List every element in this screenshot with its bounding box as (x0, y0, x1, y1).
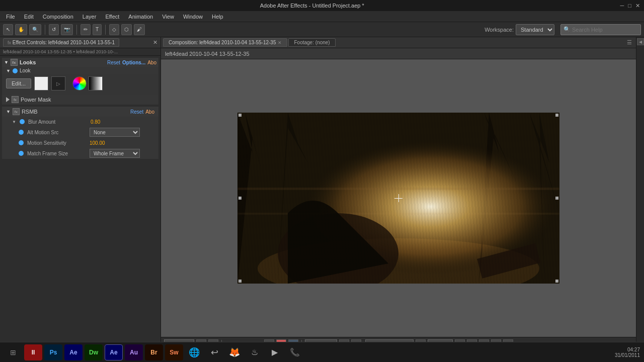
mask-tool[interactable]: ⬡ (121, 24, 132, 35)
handle-bl[interactable] (238, 280, 242, 283)
taskbar-sw[interactable]: Sw (165, 344, 183, 360)
panel-expand-btn[interactable]: ◀ (637, 38, 644, 45)
comp-image (237, 113, 559, 284)
looks-fx-icon: fx (11, 59, 18, 66)
look-row: Edit... ▷ (6, 76, 154, 90)
shape-tool[interactable]: ◇ (109, 24, 119, 35)
workspace-select[interactable]: Standard (516, 24, 554, 35)
look-thumb-white[interactable] (34, 76, 48, 90)
taskbar-dw[interactable]: Dw (85, 344, 103, 360)
search-input[interactable] (560, 24, 641, 35)
looks-effect: ▼ fx Looks Reset Options... Abo ▼ Look E… (2, 58, 158, 105)
text-tool[interactable]: T (93, 24, 102, 35)
zoom-tool[interactable]: 🔍 (29, 24, 41, 35)
taskbar-ae[interactable]: Ae (64, 344, 83, 360)
menu-item-help[interactable]: Help (208, 13, 227, 21)
motion-sensitivity-row: ▶ Motion Sensitivity 100.00 (2, 138, 158, 148)
rotate-tool[interactable]: ↺ (49, 24, 59, 35)
rsmb-effect: ▼ fx RSMB Reset Abo ▼ Blur Amount 0.80 ▶ (2, 107, 158, 159)
color-wheel-swatch[interactable] (72, 76, 87, 90)
selection-tool[interactable]: ↖ (3, 24, 13, 35)
panel-subtitle: left4dead 2010-10-04 13-55-12-35 • left4… (0, 48, 160, 56)
looks-name: Looks (20, 59, 36, 65)
taskbar-ae2[interactable]: Ae (105, 344, 123, 360)
comp-name: left4dead 2010-10-04 13-55-12-35 (165, 51, 250, 57)
taskbar-back[interactable]: ↩ (205, 344, 223, 360)
clock-date: 31/01/2011 (615, 352, 640, 358)
fx-icon: fx (8, 40, 11, 45)
right-tools: ◀ (636, 37, 644, 46)
blur-amount-value[interactable]: 0.80 (91, 119, 100, 125)
alt-motion-dropdown[interactable]: None (90, 128, 140, 137)
menu-item-animation[interactable]: Animation (124, 13, 157, 21)
camera-tool[interactable]: 📷 (61, 24, 73, 35)
handle-br[interactable] (555, 280, 558, 283)
menu-item-layer[interactable]: Layer (78, 13, 101, 21)
panel-close-btn[interactable]: ✕ (153, 39, 157, 46)
composition-viewer-panel: Composition: left4dead 2010-10-04 13-55-… (161, 37, 636, 351)
match-frame-dropdown[interactable]: Whole Frame (90, 149, 140, 158)
svg-rect-4 (237, 213, 559, 214)
taskbar-firefox[interactable]: 🦊 (225, 344, 244, 360)
effect-controls-tab[interactable]: fx Effect Controls: left4dead 2010-10-04… (3, 38, 119, 47)
bw-swatch[interactable] (89, 76, 103, 90)
blur-amount-label: Blur Amount (28, 119, 89, 125)
menu-item-edit[interactable]: Edit (20, 13, 38, 21)
power-mask-fx-icon: fx (12, 96, 19, 103)
composition-tab[interactable]: Composition: left4dead 2010-10-04 13-55-… (163, 38, 287, 47)
taskbar-steam[interactable]: ♨ (246, 344, 264, 360)
footage-tab[interactable]: Footage: (none) (288, 38, 335, 47)
rsmb-reset-btn[interactable]: Reset (130, 109, 143, 115)
taskbar-au[interactable]: Au (125, 344, 143, 360)
workspace-label: Workspace: (485, 27, 514, 33)
taskbar: ⊞ Il Ps Ae Dw Ae Au Br Sw 🌐 ↩ 🦊 ♨ ▶ 📞 04… (0, 342, 644, 362)
svg-point-1 (258, 238, 539, 284)
power-mask-row[interactable]: fx Power Mask (2, 95, 158, 105)
pen-tool[interactable]: ✏ (80, 24, 91, 35)
taskbar-ps[interactable]: Ps (44, 344, 62, 360)
svg-rect-3 (237, 188, 559, 190)
svg-rect-2 (237, 113, 559, 284)
effect-controls-content: ▼ fx Looks Reset Options... Abo ▼ Look E… (0, 56, 160, 351)
viewer-canvas[interactable] (161, 59, 636, 337)
handle-tl[interactable] (238, 114, 242, 117)
taskbar-il[interactable]: Il (24, 344, 42, 360)
handle-tr[interactable] (555, 114, 558, 117)
look-section: Edit... ▷ (2, 74, 158, 95)
rsmb-name: RSMB (22, 109, 38, 115)
maximize-btn[interactable]: □ (628, 3, 631, 9)
minimize-btn[interactable]: ─ (620, 3, 624, 9)
handle-mr[interactable] (555, 197, 558, 200)
menu-item-effect[interactable]: Effect (101, 13, 123, 21)
hand-tool[interactable]: ✋ (15, 24, 27, 35)
looks-options-btn[interactable]: Options... (122, 60, 145, 65)
viewer-tabs: Composition: left4dead 2010-10-04 13-55-… (161, 37, 636, 48)
look-edit-btn[interactable]: Edit... (6, 78, 31, 88)
looks-about-btn[interactable]: Abo (147, 60, 156, 65)
power-mask-label: Power Mask (21, 97, 51, 103)
menu-item-composition[interactable]: Composition (39, 13, 77, 21)
menu-item-window[interactable]: Window (179, 13, 207, 21)
handle-ml[interactable] (238, 197, 242, 200)
svg-point-5 (278, 213, 398, 284)
taskbar-br[interactable]: Br (145, 344, 163, 360)
footage-tab-label: Footage: (none) (294, 40, 330, 45)
menu-item-file[interactable]: File (2, 13, 19, 21)
looks-reset-btn[interactable]: Reset (107, 60, 120, 65)
close-btn[interactable]: ✕ (635, 3, 640, 9)
rsmb-about-btn[interactable]: Abo (145, 109, 154, 115)
paint-tool[interactable]: 🖌 (134, 24, 145, 35)
rsmb-header[interactable]: ▼ fx RSMB Reset Abo (2, 107, 158, 117)
alt-motion-dot (19, 130, 24, 135)
taskbar-phone[interactable]: 📞 (286, 344, 304, 360)
comp-tab-close[interactable]: ✕ (278, 40, 282, 45)
taskbar-media[interactable]: ▶ (266, 344, 284, 360)
look-thumb-dark[interactable]: ▷ (51, 76, 65, 90)
looks-header[interactable]: ▼ fx Looks Reset Options... Abo (2, 58, 158, 67)
viewer-options-btn[interactable]: ☰ (625, 39, 634, 46)
taskbar-browser[interactable]: 🌐 (185, 344, 203, 360)
motion-sens-value[interactable]: 100.00 (90, 140, 105, 146)
menu-item-view[interactable]: View (158, 13, 178, 21)
svg-rect-6 (477, 243, 540, 279)
taskbar-apps-menu[interactable]: ⊞ (4, 344, 22, 360)
